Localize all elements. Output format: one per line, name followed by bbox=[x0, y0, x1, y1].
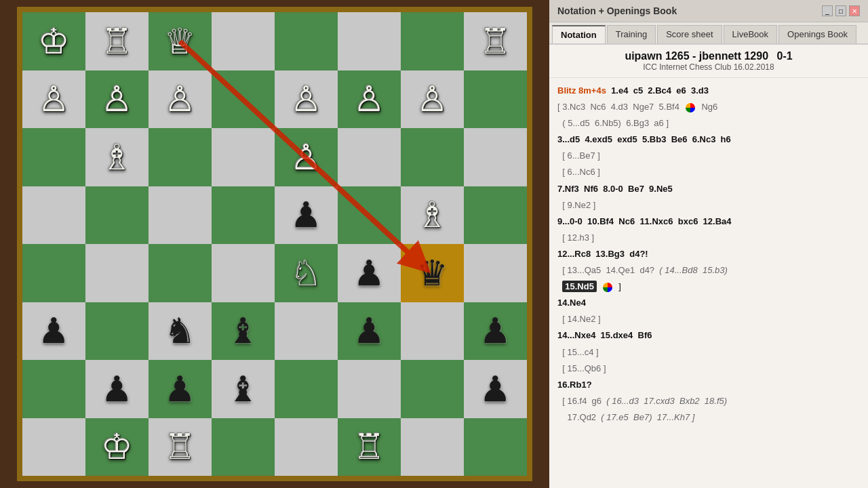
piece-wr-h8: ♖ bbox=[479, 24, 511, 59]
piece-bp-c2: ♟ bbox=[164, 371, 196, 407]
square-g4[interactable]: ♛ bbox=[401, 244, 464, 302]
square-e1[interactable] bbox=[275, 418, 338, 476]
square-c2[interactable]: ♟ bbox=[149, 360, 212, 418]
tab-livebook[interactable]: LiveBook bbox=[724, 25, 777, 43]
piece-wp-g7: ♙ bbox=[416, 81, 448, 117]
variation-11: [ 16.f4 g6 ( 16...d3 17.cxd3 Bxb2 18.f5) bbox=[557, 394, 860, 409]
square-d2[interactable]: ♝ bbox=[212, 360, 275, 418]
square-f1[interactable]: ♖ bbox=[338, 418, 401, 476]
square-g6[interactable] bbox=[401, 128, 464, 186]
square-a2[interactable] bbox=[22, 360, 85, 418]
chess-board[interactable]: ♔ ♖ ♕ ♖ ♙ ♙ ♙ ♙ ♙ ♙ ♗ ♙ bbox=[22, 12, 527, 476]
piece-wp-e7: ♙ bbox=[290, 81, 322, 117]
panel-title: Notation + Openings Book bbox=[557, 5, 677, 16]
close-button[interactable]: ✕ bbox=[849, 5, 860, 16]
variation-1: [ 3.Nc3 Nc6 4.d3 Nge7 5.Bf4 Ng6 bbox=[557, 100, 860, 115]
square-e6[interactable]: ♙ bbox=[275, 128, 338, 186]
piece-bb-d2: ♝ bbox=[227, 371, 259, 407]
square-c4[interactable] bbox=[149, 244, 212, 302]
maximize-button[interactable]: □ bbox=[835, 5, 846, 16]
variation-12: 17.Qd2 ( 17.e5 Be7) 17...Kh7 ] bbox=[557, 410, 860, 425]
square-g8[interactable] bbox=[401, 12, 464, 70]
square-c3[interactable]: ♞ bbox=[149, 302, 212, 361]
square-f3[interactable]: ♟ bbox=[338, 302, 401, 361]
square-a7[interactable]: ♙ bbox=[22, 70, 85, 129]
result: 0-1 bbox=[776, 50, 792, 62]
square-e3[interactable] bbox=[275, 302, 338, 361]
square-e2[interactable] bbox=[275, 360, 338, 418]
tab-openingsbook[interactable]: Openings Book bbox=[778, 25, 856, 43]
main-line-14ne4: 14.Ne4 bbox=[557, 296, 860, 310]
square-b6[interactable]: ♗ bbox=[85, 128, 149, 186]
square-h6[interactable] bbox=[464, 128, 527, 186]
game-type-line: Blitz 8m+4s 1.e4 c5 2.Bc4 e6 3.d3 bbox=[557, 83, 860, 98]
square-a6[interactable] bbox=[22, 128, 85, 186]
square-d1[interactable] bbox=[212, 418, 275, 476]
square-b5[interactable] bbox=[85, 186, 149, 245]
square-c8[interactable]: ♕ bbox=[149, 12, 212, 70]
square-e7[interactable]: ♙ bbox=[275, 70, 338, 129]
square-c6[interactable] bbox=[149, 128, 212, 186]
square-d7[interactable] bbox=[212, 70, 275, 129]
white-player: uipawn 1265 bbox=[625, 50, 689, 62]
square-d5[interactable] bbox=[212, 186, 275, 245]
square-h8[interactable]: ♖ bbox=[464, 12, 527, 70]
square-g2[interactable] bbox=[401, 360, 464, 418]
square-a5[interactable] bbox=[22, 186, 85, 245]
square-b4[interactable] bbox=[85, 244, 149, 302]
square-b1[interactable]: ♔ bbox=[85, 418, 149, 476]
square-b7[interactable]: ♙ bbox=[85, 70, 149, 129]
square-h4[interactable] bbox=[464, 244, 527, 302]
square-e4[interactable]: ♘ bbox=[275, 244, 338, 302]
square-h1[interactable] bbox=[464, 418, 527, 476]
square-a4[interactable] bbox=[22, 244, 85, 302]
square-f7[interactable]: ♙ bbox=[338, 70, 401, 129]
piece-bp-a3: ♟ bbox=[38, 313, 70, 348]
square-f8[interactable] bbox=[338, 12, 401, 70]
square-g7[interactable]: ♙ bbox=[401, 70, 464, 129]
square-b2[interactable]: ♟ bbox=[85, 360, 149, 418]
square-e8[interactable] bbox=[275, 12, 338, 70]
piece-wr-f1: ♖ bbox=[353, 429, 385, 464]
black-player: jbennett 1290 bbox=[699, 50, 768, 62]
square-h7[interactable] bbox=[464, 70, 527, 129]
tab-training[interactable]: Training bbox=[607, 25, 656, 43]
square-g3[interactable] bbox=[401, 302, 464, 361]
square-a3[interactable]: ♟ bbox=[22, 302, 85, 361]
square-b3[interactable] bbox=[85, 302, 149, 361]
square-c5[interactable] bbox=[149, 186, 212, 245]
tab-notation[interactable]: Notation bbox=[552, 25, 606, 43]
main-line-9oo: 9...0-0 10.Bf4 Nc6 11.Nxc6 bxc6 12.Ba4 bbox=[557, 214, 860, 229]
square-f5[interactable] bbox=[338, 186, 401, 245]
square-a8[interactable]: ♔ bbox=[22, 12, 85, 70]
piece-bp-h2: ♟ bbox=[479, 371, 511, 407]
tab-scoresheet[interactable]: Score sheet bbox=[657, 25, 722, 43]
piece-bp-b2: ♟ bbox=[101, 371, 133, 407]
square-h3[interactable]: ♟ bbox=[464, 302, 527, 361]
square-h5[interactable] bbox=[464, 186, 527, 245]
square-c1[interactable]: ♖ bbox=[149, 418, 212, 476]
panel-header: Notation + Openings Book _ □ ✕ bbox=[549, 0, 868, 22]
minimize-button[interactable]: _ bbox=[822, 5, 833, 16]
square-g5[interactable]: ♗ bbox=[401, 186, 464, 245]
square-f2[interactable] bbox=[338, 360, 401, 418]
variation-4: [ 6...Nc6 ] bbox=[557, 165, 860, 180]
square-h2[interactable]: ♟ bbox=[464, 360, 527, 418]
notation-scroll[interactable]: Blitz 8m+4s 1.e4 c5 2.Bc4 e6 3.d3 [ 3.Nc… bbox=[549, 78, 868, 488]
square-g1[interactable] bbox=[401, 418, 464, 476]
square-f6[interactable] bbox=[338, 128, 401, 186]
square-d3[interactable]: ♝ bbox=[212, 302, 275, 361]
square-b8[interactable]: ♖ bbox=[85, 12, 149, 70]
square-a1[interactable] bbox=[22, 418, 85, 476]
square-d8[interactable] bbox=[212, 12, 275, 70]
square-d4[interactable] bbox=[212, 244, 275, 302]
game-players: uipawn 1265 - jbennett 1290 0-1 bbox=[557, 50, 860, 62]
square-c7[interactable]: ♙ bbox=[149, 70, 212, 129]
piece-wp-f7: ♙ bbox=[353, 81, 385, 117]
square-e5[interactable]: ♟ bbox=[275, 186, 338, 245]
square-d6[interactable] bbox=[212, 128, 275, 186]
square-f4[interactable]: ♟ bbox=[338, 244, 401, 302]
piece-bp-f4: ♟ bbox=[353, 256, 385, 291]
variation-2: ( 5...d5 6.Nb5) 6.Bg3 a6 ] bbox=[557, 116, 860, 131]
piece-wb-b6: ♗ bbox=[101, 140, 133, 175]
